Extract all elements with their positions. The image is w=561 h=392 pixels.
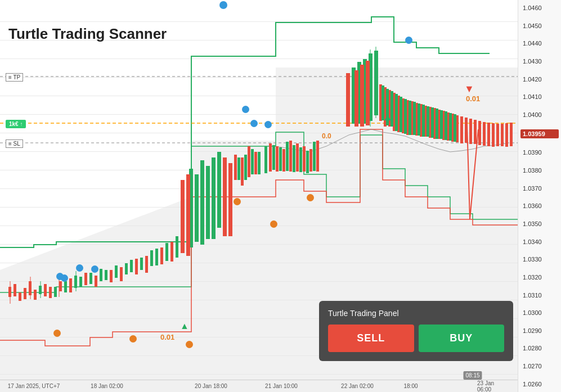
svg-rect-18	[135, 259, 138, 274]
grid-line	[0, 374, 518, 375]
grid-line	[0, 96, 518, 96]
grid-line	[0, 226, 518, 226]
svg-rect-9	[34, 290, 37, 300]
orange-dot-4	[234, 198, 241, 205]
blue-dot-3	[91, 265, 98, 273]
svg-rect-52	[269, 143, 272, 172]
sell-button[interactable]: SELL	[328, 325, 414, 352]
svg-rect-106	[492, 123, 495, 147]
price-2: 1.0450	[520, 22, 559, 29]
price-21: 1.0260	[520, 381, 559, 388]
svg-rect-77	[346, 73, 350, 127]
svg-rect-80	[366, 61, 370, 125]
svg-rect-56	[296, 143, 299, 172]
svg-rect-114	[395, 94, 398, 131]
grid-line	[0, 114, 518, 115]
svg-rect-8	[29, 281, 32, 295]
svg-rect-33	[140, 258, 143, 270]
buy-button[interactable]: BUY	[419, 325, 505, 352]
svg-rect-24	[64, 281, 67, 292]
svg-rect-17	[120, 267, 123, 281]
price-13: 1.0340	[520, 238, 559, 245]
svg-rect-93	[433, 108, 436, 139]
svg-rect-36	[165, 243, 168, 261]
svg-rect-116	[404, 99, 407, 134]
svg-rect-91	[424, 106, 427, 137]
svg-rect-34	[150, 250, 153, 266]
grid-line	[0, 207, 518, 208]
grid-line	[0, 151, 518, 152]
blue-dot-2	[76, 264, 83, 272]
svg-rect-43	[217, 152, 221, 228]
svg-rect-19	[145, 256, 148, 273]
svg-rect-67	[286, 142, 289, 171]
svg-rect-75	[369, 53, 372, 121]
svg-rect-49	[241, 157, 244, 186]
price-14: 1.0330	[520, 256, 559, 263]
blue-dot-5	[61, 274, 68, 282]
price-4: 1.0430	[520, 58, 559, 65]
price-11: 1.0360	[520, 202, 559, 209]
svg-rect-28	[100, 269, 102, 281]
svg-rect-25	[74, 276, 77, 288]
svg-rect-32	[130, 260, 133, 272]
blue-dot-1	[219, 1, 227, 9]
price-current: 1.03959	[520, 129, 559, 138]
orange-dot-2	[129, 335, 137, 343]
svg-rect-39	[195, 174, 199, 242]
price-axis: 1.0460 1.0450 1.0440 1.0430 1.0420 1.041…	[518, 0, 561, 392]
svg-rect-86	[402, 98, 405, 133]
price-3: 1.0440	[520, 40, 559, 47]
svg-rect-41	[206, 166, 210, 239]
svg-rect-117	[409, 101, 411, 135]
svg-rect-22	[39, 286, 42, 294]
sl-label: ≡ SL	[6, 139, 23, 148]
svg-rect-120	[422, 105, 425, 137]
svg-rect-96	[447, 112, 450, 141]
price-10: 1.0370	[520, 185, 559, 192]
svg-rect-68	[293, 145, 295, 172]
svg-rect-78	[354, 70, 358, 127]
time-label-2: 18 Jan 02:00	[91, 383, 123, 389]
svg-rect-60	[237, 157, 240, 180]
price-5: 1.0420	[520, 76, 559, 83]
price-16: 1.0310	[520, 292, 559, 299]
orange-dot-3	[186, 341, 193, 348]
svg-rect-46	[223, 157, 227, 236]
svg-rect-11	[49, 287, 52, 298]
svg-rect-64	[264, 146, 267, 173]
blue-dot-7	[264, 121, 272, 128]
svg-rect-76	[374, 51, 378, 115]
svg-rect-16	[110, 270, 113, 282]
svg-rect-118	[413, 102, 416, 135]
svg-rect-61	[244, 155, 247, 180]
trading-panel: Turtle Trading Panel SELL BUY	[319, 301, 513, 361]
price-6: 1.0410	[520, 93, 559, 100]
svg-rect-27	[89, 273, 92, 284]
svg-rect-23	[54, 287, 57, 297]
svg-rect-110	[510, 123, 513, 146]
svg-rect-88	[411, 101, 414, 135]
price-8: 1.0390	[520, 149, 559, 156]
price-17: 1.0300	[520, 309, 559, 316]
svg-rect-102	[474, 120, 477, 144]
svg-rect-7	[24, 288, 26, 299]
time-label-7: 23 Jan 06:00	[477, 380, 504, 393]
grid-line	[0, 77, 518, 78]
price-15: 1.0320	[520, 274, 559, 281]
grid-line	[0, 133, 518, 133]
price-12: 1.0350	[520, 220, 559, 227]
svg-rect-4	[8, 287, 11, 297]
svg-rect-55	[289, 141, 292, 172]
svg-rect-127	[454, 114, 456, 142]
orange-value-2: 0.0	[322, 132, 331, 140]
svg-rect-62	[251, 149, 254, 174]
svg-rect-100	[465, 118, 468, 143]
price-7: 1.0400	[520, 111, 559, 118]
tp-label: ≡ TP	[6, 73, 23, 82]
chart-container: Turtle Trading Scanner ≡ TP ≡ SL 1k€ ↑ 0…	[0, 0, 561, 392]
svg-rect-31	[125, 263, 128, 274]
orange-dot-6	[307, 194, 314, 201]
grid-line	[0, 263, 518, 263]
svg-rect-44	[181, 180, 185, 253]
